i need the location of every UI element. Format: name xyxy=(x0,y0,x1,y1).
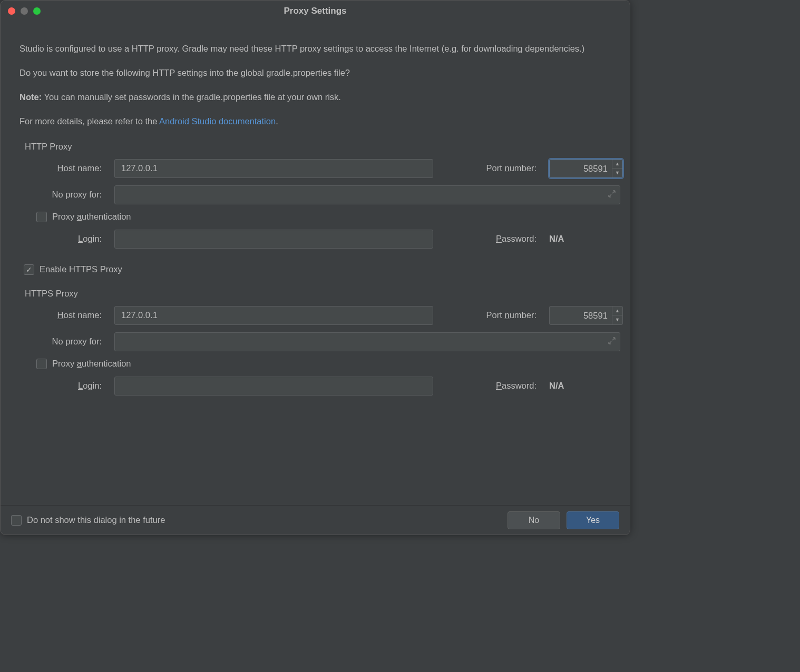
https-auth-row: Proxy authentication xyxy=(36,359,611,369)
chevron-up-icon[interactable]: ▲ xyxy=(612,307,622,316)
dont-show-checkbox[interactable] xyxy=(11,515,22,526)
https-port-label: Port number: xyxy=(438,310,544,320)
https-login-label: Login: xyxy=(19,381,109,391)
http-password-value: N/A xyxy=(549,234,636,244)
http-noproxy-label: No proxy for: xyxy=(19,190,109,200)
https-port-stepper[interactable]: ▲ ▼ xyxy=(612,307,622,324)
https-proxy-section-title: HTTPS Proxy xyxy=(25,289,611,299)
yes-button[interactable]: Yes xyxy=(567,511,619,529)
https-auth-label: Proxy authentication xyxy=(52,359,131,369)
enable-https-checkbox[interactable] xyxy=(24,264,34,275)
docs-link[interactable]: Android Studio documentation xyxy=(159,116,276,126)
http-auth-row: Proxy authentication xyxy=(36,212,611,222)
dont-show-row: Do not show this dialog in the future xyxy=(11,515,165,526)
https-password-label: Password: xyxy=(438,381,544,391)
expand-icon[interactable] xyxy=(608,337,616,345)
intro-p1: Studio is configured to use a HTTP proxy… xyxy=(19,43,611,55)
http-noproxy-input[interactable] xyxy=(114,185,620,204)
https-host-label: Host name: xyxy=(19,310,109,320)
more-b: . xyxy=(276,116,278,126)
intro-more: For more details, please refer to the An… xyxy=(19,115,611,128)
http-password-label: Password: xyxy=(438,234,544,244)
http-port-spinner[interactable]: ▲ ▼ xyxy=(549,159,623,178)
http-auth-label: Proxy authentication xyxy=(52,212,131,222)
more-a: For more details, please refer to the xyxy=(19,116,159,126)
https-port-spinner[interactable]: ▲ ▼ xyxy=(549,306,623,325)
http-host-label: Host name: xyxy=(19,163,109,173)
https-port-input[interactable] xyxy=(550,307,612,325)
http-login-label: Login: xyxy=(19,234,109,244)
http-auth-checkbox[interactable] xyxy=(36,212,47,222)
http-login-input[interactable] xyxy=(114,230,433,249)
https-noproxy-input[interactable] xyxy=(114,332,620,351)
http-host-input[interactable] xyxy=(114,159,433,178)
note-text: You can manually set passwords in the gr… xyxy=(42,92,341,102)
https-host-input[interactable] xyxy=(114,306,433,325)
http-noproxy-row: No proxy for: xyxy=(19,185,611,204)
intro-note: Note: You can manually set passwords in … xyxy=(19,91,611,104)
proxy-settings-dialog: Proxy Settings Studio is configured to u… xyxy=(0,0,630,535)
http-port-stepper[interactable]: ▲ ▼ xyxy=(612,160,622,177)
window-title: Proxy Settings xyxy=(1,6,630,16)
dont-show-label: Do not show this dialog in the future xyxy=(27,515,165,525)
chevron-down-icon[interactable]: ▼ xyxy=(612,315,622,324)
chevron-up-icon[interactable]: ▲ xyxy=(612,160,622,169)
https-host-row: Host name: Port number: ▲ ▼ xyxy=(19,306,611,325)
http-port-input[interactable] xyxy=(550,160,612,179)
dialog-body: Studio is configured to use a HTTP proxy… xyxy=(1,22,630,396)
http-host-row: Host name: Port number: ▲ ▼ xyxy=(19,159,611,178)
http-login-row: Login: Password: N/A xyxy=(19,230,611,249)
intro-p2: Do you want to store the following HTTP … xyxy=(19,67,611,80)
dialog-footer: Do not show this dialog in the future No… xyxy=(1,505,630,535)
enable-https-label: Enable HTTPS Proxy xyxy=(40,264,122,274)
titlebar: Proxy Settings xyxy=(1,1,630,22)
https-noproxy-row: No proxy for: xyxy=(19,332,611,351)
http-proxy-section-title: HTTP Proxy xyxy=(25,142,611,152)
note-label: Note: xyxy=(19,92,42,102)
https-login-row: Login: Password: N/A xyxy=(19,377,611,396)
https-login-input[interactable] xyxy=(114,377,433,396)
https-auth-checkbox[interactable] xyxy=(36,359,47,369)
https-noproxy-label: No proxy for: xyxy=(19,337,109,347)
http-port-label: Port number: xyxy=(438,163,544,173)
https-password-value: N/A xyxy=(549,381,636,391)
no-button[interactable]: No xyxy=(508,511,560,529)
enable-https-row: Enable HTTPS Proxy xyxy=(24,264,611,275)
expand-icon[interactable] xyxy=(608,190,616,198)
chevron-down-icon[interactable]: ▼ xyxy=(612,169,622,177)
